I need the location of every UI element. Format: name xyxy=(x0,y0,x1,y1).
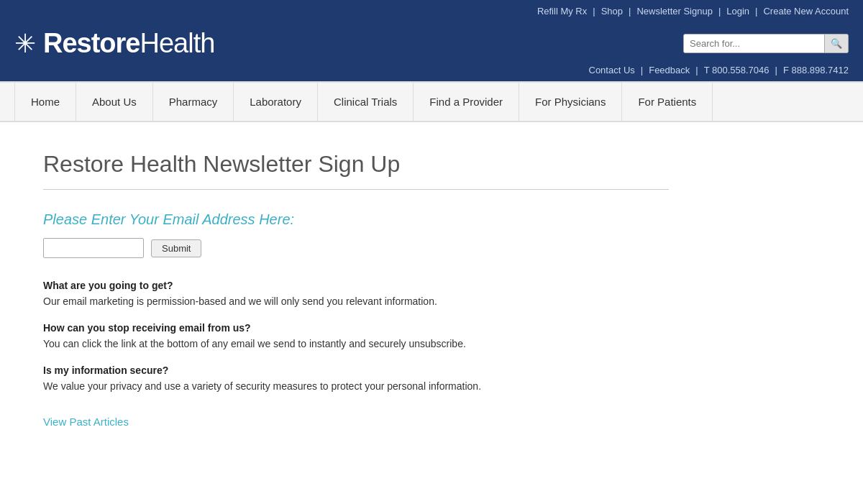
sep1: | xyxy=(593,6,595,17)
newsletter-link[interactable]: Newsletter Signup xyxy=(636,6,713,17)
email-form: Submit xyxy=(43,238,820,258)
nav-item-about[interactable]: About Us xyxy=(76,83,153,121)
logo-icon: ✳ xyxy=(14,31,36,57)
nav-list: Home About Us Pharmacy Laboratory Clinic… xyxy=(14,83,849,121)
faq-answer-2: You can click the link at the bottom of … xyxy=(43,336,820,352)
create-account-link[interactable]: Create New Account xyxy=(763,6,849,17)
contact-sep2: | xyxy=(695,65,698,75)
email-input[interactable] xyxy=(43,238,144,258)
nav-item-home[interactable]: Home xyxy=(14,83,76,121)
login-link[interactable]: Login xyxy=(726,6,749,17)
feedback-link[interactable]: Feedback xyxy=(649,65,690,75)
nav-item-patients[interactable]: For Patients xyxy=(622,83,713,121)
logo-area: ✳ RestoreHealth xyxy=(14,28,214,59)
view-past-articles-link[interactable]: View Past Articles xyxy=(43,416,129,428)
nav-item-pharmacy[interactable]: Pharmacy xyxy=(153,83,234,121)
submit-button[interactable]: Submit xyxy=(151,239,201,257)
fax-text: F 888.898.7412 xyxy=(783,65,849,75)
contact-us-link[interactable]: Contact Us xyxy=(589,65,635,75)
faq-item-2: How can you stop receiving email from us… xyxy=(43,322,820,352)
refill-link[interactable]: Refill My Rx xyxy=(537,6,587,17)
nav-bar: Home About Us Pharmacy Laboratory Clinic… xyxy=(0,81,863,122)
faq-section: What are you going to get? Our email mar… xyxy=(43,280,820,394)
search-button[interactable]: 🔍 xyxy=(824,35,848,52)
main-content: Restore Health Newsletter Sign Up Please… xyxy=(0,122,863,472)
nav-item-provider[interactable]: Find a Provider xyxy=(414,83,519,121)
logo-text: RestoreHealth xyxy=(43,28,214,59)
faq-question-1: What are you going to get? xyxy=(43,280,820,291)
contact-sep1: | xyxy=(641,65,643,75)
title-divider xyxy=(43,189,669,190)
page-title: Restore Health Newsletter Sign Up xyxy=(43,151,820,178)
faq-item-3: Is my information secure? We value your … xyxy=(43,365,820,394)
sep2: | xyxy=(629,6,631,17)
faq-item-1: What are you going to get? Our email mar… xyxy=(43,280,820,309)
faq-answer-1: Our email marketing is permission-based … xyxy=(43,294,820,309)
contact-sep3: | xyxy=(775,65,777,75)
nav-item-laboratory[interactable]: Laboratory xyxy=(234,83,318,121)
nav-item-physicians[interactable]: For Physicians xyxy=(519,83,622,121)
phone-text: T 800.558.7046 xyxy=(704,65,770,75)
search-box: 🔍 xyxy=(683,34,849,53)
nav-item-clinical[interactable]: Clinical Trials xyxy=(318,83,414,121)
email-label: Please Enter Your Email Address Here: xyxy=(43,211,820,228)
faq-question-3: Is my information secure? xyxy=(43,365,820,376)
search-input[interactable] xyxy=(684,35,824,52)
faq-question-2: How can you stop receiving email from us… xyxy=(43,322,820,334)
shop-link[interactable]: Shop xyxy=(601,6,623,17)
sep3: | xyxy=(718,6,721,17)
sep4: | xyxy=(755,6,757,17)
faq-answer-3: We value your privacy and use a variety … xyxy=(43,379,820,394)
